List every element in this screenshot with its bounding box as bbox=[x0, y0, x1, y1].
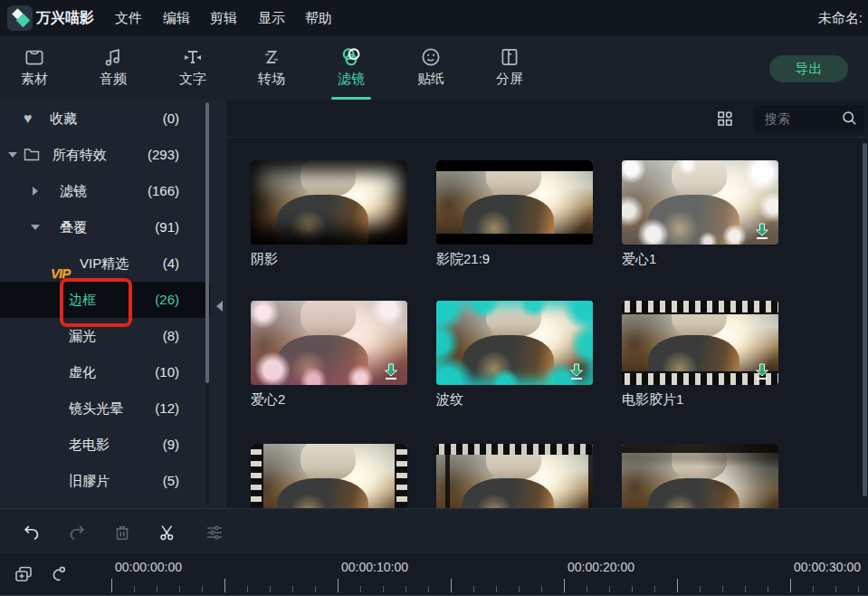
effect-thumbnail[interactable] bbox=[251, 160, 407, 245]
sidebar-item-all-effects[interactable]: 所有特效 (293) bbox=[0, 137, 210, 173]
tab-media[interactable]: 素材 bbox=[7, 43, 62, 98]
title-bar: 万兴喵影 文件 编辑 剪辑 显示 帮助 未命名: bbox=[0, 0, 868, 37]
folder-icon bbox=[24, 148, 40, 161]
effect-card[interactable]: 阴影 bbox=[251, 160, 407, 268]
caret-right-icon[interactable] bbox=[33, 187, 38, 196]
timecode: 00:00:30:00 bbox=[794, 560, 861, 574]
effect-card[interactable] bbox=[436, 444, 593, 508]
effect-card[interactable]: 爱心2 bbox=[251, 301, 407, 409]
menu-view[interactable]: 显示 bbox=[258, 10, 285, 27]
filter-icon bbox=[339, 45, 363, 69]
caret-down-icon[interactable] bbox=[8, 152, 17, 158]
filmora-window: 万兴喵影 文件 编辑 剪辑 显示 帮助 未命名: 素材 音频 bbox=[0, 0, 868, 596]
sidebar-item-favorites[interactable]: ♥ 收藏 (0) bbox=[0, 101, 210, 137]
effect-card[interactable]: 波纹 bbox=[436, 301, 593, 409]
menu-clip[interactable]: 剪辑 bbox=[210, 10, 237, 27]
download-arrow-icon[interactable] bbox=[568, 363, 585, 380]
effect-name: 影院21:9 bbox=[436, 251, 593, 268]
redo-icon[interactable] bbox=[67, 523, 87, 543]
sidebar-item-overlays[interactable]: 叠覆 (91) bbox=[0, 209, 210, 245]
tab-label: 转场 bbox=[244, 71, 299, 88]
undo-icon[interactable] bbox=[22, 523, 42, 543]
search-input[interactable] bbox=[763, 109, 843, 129]
item-count: (91) bbox=[155, 209, 179, 245]
export-button[interactable]: 导出 bbox=[769, 55, 848, 82]
sidebar-item-vip[interactable]: VIP VIP精选 (4) bbox=[0, 245, 210, 282]
sidebar-item-border[interactable]: 边框 (26) bbox=[0, 282, 210, 318]
effect-thumbnail[interactable] bbox=[436, 444, 593, 508]
project-name: 未命名: bbox=[818, 10, 863, 27]
tab-sticker[interactable]: 贴纸 bbox=[404, 43, 458, 98]
item-count: (4) bbox=[163, 245, 179, 282]
tab-label: 音频 bbox=[86, 71, 140, 88]
item-count: (9) bbox=[163, 427, 179, 463]
magnifier-icon[interactable] bbox=[842, 111, 857, 126]
tab-label: 滤镜 bbox=[324, 71, 378, 88]
timecode: 00:00:20:00 bbox=[568, 560, 634, 574]
tab-label: 贴纸 bbox=[404, 71, 458, 88]
item-count: (293) bbox=[148, 137, 179, 173]
tab-split[interactable]: 分屏 bbox=[482, 43, 537, 98]
audio-icon bbox=[101, 45, 125, 69]
download-arrow-icon[interactable] bbox=[754, 223, 770, 240]
tab-transition[interactable]: 转场 bbox=[244, 43, 299, 98]
grid-view-icon[interactable] bbox=[718, 111, 732, 126]
effect-thumbnail[interactable] bbox=[251, 301, 407, 385]
item-count: (12) bbox=[155, 390, 179, 427]
trash-icon[interactable] bbox=[112, 523, 132, 543]
sidebar-item-light-leak[interactable]: 漏光 (8) bbox=[0, 318, 210, 354]
effect-name: 爱心2 bbox=[251, 391, 407, 409]
add-media-icon[interactable] bbox=[13, 563, 34, 585]
content-scrollbar[interactable] bbox=[863, 143, 867, 496]
app-name: 万兴喵影 bbox=[36, 9, 94, 28]
sidebar-item-old-movie[interactable]: 老电影 (9) bbox=[0, 427, 210, 463]
effect-thumbnail[interactable] bbox=[622, 444, 778, 508]
menu-help[interactable]: 帮助 bbox=[305, 10, 332, 27]
effect-card[interactable] bbox=[251, 444, 407, 508]
app-logo-icon bbox=[7, 5, 33, 31]
tab-audio[interactable]: 音频 bbox=[86, 43, 140, 98]
download-arrow-icon[interactable] bbox=[383, 363, 399, 380]
caret-down-icon[interactable] bbox=[31, 225, 40, 230]
effect-thumbnail[interactable] bbox=[251, 444, 407, 508]
timecode: 00:00:00:00 bbox=[115, 560, 182, 574]
effect-name: 电影胶片1 bbox=[622, 391, 778, 409]
effect-card[interactable]: 影院21:9 bbox=[436, 160, 593, 268]
effects-panel: 阴影 影院21:9 爱心1 bbox=[226, 100, 868, 508]
effect-name: 波纹 bbox=[436, 391, 593, 409]
timeline-ruler-bar: 00:00:00:00 00:00:10:00 00:00:20:00 00:0… bbox=[0, 554, 868, 596]
effect-name: 爱心1 bbox=[622, 251, 778, 268]
link-icon[interactable] bbox=[47, 563, 69, 585]
effect-thumbnail[interactable] bbox=[436, 160, 593, 245]
effect-card[interactable]: 爱心1 bbox=[622, 160, 778, 268]
menu-edit[interactable]: 编辑 bbox=[163, 10, 190, 27]
edit-toolbar bbox=[0, 508, 868, 555]
sidebar-item-lens-flare[interactable]: 镜头光晕 (12) bbox=[0, 390, 210, 427]
timeline-ruler[interactable] bbox=[111, 579, 868, 592]
tab-text[interactable]: 文字 bbox=[166, 43, 220, 98]
effect-thumbnail[interactable] bbox=[436, 301, 593, 385]
effect-thumbnail[interactable] bbox=[622, 160, 778, 245]
item-count: (26) bbox=[155, 282, 179, 318]
effect-card[interactable]: 电影胶片1 bbox=[622, 301, 778, 409]
timecode: 00:00:10:00 bbox=[341, 560, 408, 574]
tab-label: 分屏 bbox=[482, 71, 537, 88]
scissors-icon[interactable] bbox=[157, 523, 177, 543]
search-box bbox=[754, 105, 864, 131]
sidebar-item-old-film[interactable]: 旧膠片 (5) bbox=[0, 463, 210, 499]
sidebar-item-filters[interactable]: 滤镜 (166) bbox=[0, 173, 210, 209]
text-icon bbox=[181, 45, 205, 69]
effect-thumbnail[interactable] bbox=[622, 301, 778, 385]
panel-collapse-arrow[interactable] bbox=[216, 301, 223, 312]
tab-filter[interactable]: 滤镜 bbox=[324, 43, 378, 98]
heart-icon: ♥ bbox=[24, 101, 33, 137]
sticker-icon bbox=[419, 45, 443, 69]
sliders-icon[interactable] bbox=[205, 523, 224, 543]
effect-card[interactable] bbox=[622, 444, 778, 508]
download-arrow-icon[interactable] bbox=[754, 363, 770, 380]
item-count: (0) bbox=[163, 101, 179, 137]
menu-file[interactable]: 文件 bbox=[115, 10, 142, 27]
tab-label: 素材 bbox=[7, 71, 62, 88]
sidebar-scrollbar[interactable] bbox=[205, 102, 209, 383]
sidebar-item-blur[interactable]: 虚化 (10) bbox=[0, 354, 210, 390]
